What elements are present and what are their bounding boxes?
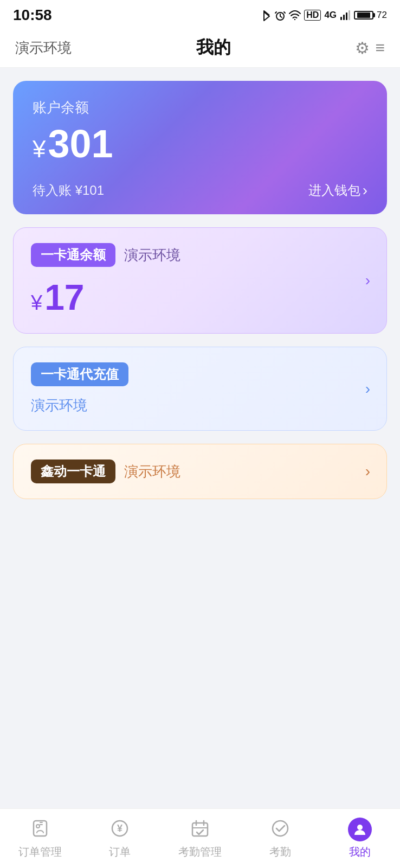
ykt-balance-currency: ¥ — [31, 291, 42, 315]
nav-item-mine[interactable]: 我的 — [320, 818, 400, 859]
ykt-balance-tag: 一卡通余额 — [31, 243, 115, 267]
settings-icon[interactable]: ⚙ — [355, 39, 370, 58]
nav-item-order[interactable]: ¥ 订单 — [80, 818, 160, 859]
4g-badge: 4G — [324, 10, 337, 21]
svg-text:¥: ¥ — [117, 823, 122, 834]
svg-rect-4 — [346, 12, 347, 20]
balance-card[interactable]: 账户余额 ¥ 301 待入账 ¥101 进入钱包 › — [13, 81, 387, 214]
bottom-nav: 订单管理 ¥ 订单 考勤管理 — [0, 808, 400, 868]
xindong-tag: 鑫动一卡通 — [31, 459, 115, 483]
signal-icon — [340, 10, 351, 20]
mine-avatar-icon — [348, 818, 372, 841]
ykt-balance-amount: ¥ 17 — [31, 277, 369, 318]
attendance-icon — [269, 818, 291, 841]
ykt-balance-subtitle: 演示环境 — [124, 246, 180, 265]
alarm-icon — [275, 9, 286, 21]
wifi-icon — [289, 10, 301, 20]
svg-point-11 — [273, 821, 288, 836]
battery-icon — [354, 11, 373, 20]
ykt-balance-chevron: › — [365, 272, 370, 289]
hd-badge: HD — [304, 10, 321, 21]
page-title: 我的 — [196, 36, 231, 60]
svg-rect-3 — [343, 15, 345, 20]
bluetooth-icon — [262, 9, 272, 21]
svg-rect-5 — [349, 10, 350, 20]
battery-percent: 72 — [377, 10, 387, 21]
status-icons: HD 4G 72 — [262, 9, 387, 21]
ykt-recharge-env: 演示环境 — [31, 396, 369, 415]
nav-label-order: 订单 — [109, 845, 131, 859]
ykt-balance-card[interactable]: 一卡通余额 演示环境 ¥ 17 › — [13, 227, 387, 334]
balance-amount: ¥ 301 — [33, 123, 367, 165]
attendance-management-icon — [189, 818, 211, 841]
ykt-balance-value: 17 — [44, 277, 84, 318]
header-actions: ⚙ ≡ — [355, 39, 385, 58]
wallet-link-text: 进入钱包 — [308, 182, 360, 199]
order-management-icon — [29, 818, 51, 841]
nav-label-attendance-management: 考勤管理 — [178, 845, 222, 859]
ykt-recharge-chevron: › — [365, 380, 370, 398]
wallet-link[interactable]: 进入钱包 › — [308, 182, 367, 199]
nav-item-order-management[interactable]: 订单管理 — [0, 818, 80, 859]
ykt-recharge-header: 一卡通代充值 — [31, 362, 369, 386]
nav-label-order-management: 订单管理 — [18, 845, 62, 859]
main-content: 账户余额 ¥ 301 待入账 ¥101 进入钱包 › 一卡通余额 演示环境 ¥ … — [0, 68, 400, 564]
wallet-chevron: › — [363, 182, 367, 199]
header: 演示环境 我的 ⚙ ≡ — [0, 28, 400, 68]
nav-label-mine: 我的 — [349, 845, 371, 859]
balance-footer: 待入账 ¥101 进入钱包 › — [33, 182, 367, 199]
menu-icon[interactable]: ≡ — [375, 39, 385, 57]
nav-item-attendance-management[interactable]: 考勤管理 — [160, 818, 240, 859]
ykt-balance-header: 一卡通余额 演示环境 — [31, 243, 369, 267]
svg-rect-6 — [34, 821, 47, 836]
balance-currency: ¥ — [33, 136, 46, 162]
status-bar: 10:58 HD 4G 72 — [0, 0, 400, 28]
svg-rect-2 — [340, 17, 342, 20]
xindong-card[interactable]: 鑫动一卡通 演示环境 › — [13, 444, 387, 499]
env-label: 演示环境 — [15, 39, 72, 58]
order-icon: ¥ — [109, 818, 131, 841]
balance-value: 301 — [48, 123, 113, 165]
nav-item-attendance[interactable]: 考勤 — [240, 818, 320, 859]
ykt-recharge-tag: 一卡通代充值 — [31, 362, 128, 386]
ykt-recharge-card[interactable]: 一卡通代充值 演示环境 › — [13, 347, 387, 431]
pending-text: 待入账 ¥101 — [33, 182, 104, 199]
svg-point-12 — [357, 825, 363, 830]
xindong-subtitle: 演示环境 — [124, 462, 180, 481]
xindong-chevron: › — [365, 463, 370, 480]
xindong-header: 鑫动一卡通 演示环境 — [31, 459, 369, 483]
svg-point-7 — [36, 825, 40, 828]
svg-point-1 — [294, 19, 295, 20]
balance-label: 账户余额 — [33, 98, 367, 117]
status-time: 10:58 — [13, 7, 52, 24]
nav-label-attendance: 考勤 — [269, 845, 291, 859]
